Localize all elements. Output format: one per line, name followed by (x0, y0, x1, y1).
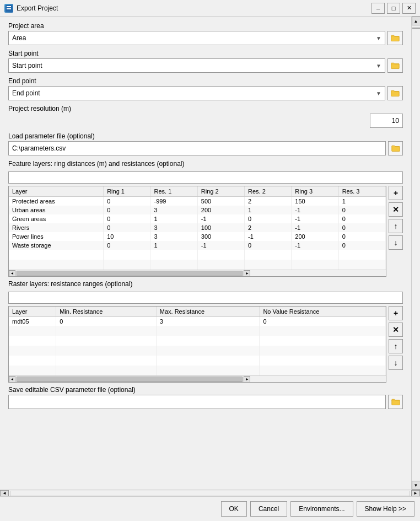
ok-button[interactable]: OK (221, 501, 247, 517)
raster-scroll-left[interactable]: ◄ (9, 376, 15, 383)
resolution-row (8, 114, 403, 128)
title-bar: Export Project – □ ✕ (0, 0, 420, 17)
scroll-down-arrow[interactable]: ▼ (412, 481, 421, 490)
end-point-label: End point (8, 77, 403, 85)
feature-layers-section: Feature layers: ring distances (m) and r… (8, 160, 403, 277)
resolution-section: Project resolution (m) (8, 105, 403, 129)
load-param-folder-button[interactable] (388, 141, 403, 155)
raster-remove-button[interactable]: ✕ (389, 323, 403, 337)
minimize-button[interactable]: – (371, 3, 385, 14)
scroll-thumb[interactable] (412, 28, 420, 29)
main-content: Project area Area ▼ Start point St (0, 17, 420, 490)
feature-layers-table-area: Layer Ring 1 Res. 1 Ring 2 Res. 2 Ring 3… (8, 186, 403, 277)
load-param-input[interactable] (8, 141, 386, 155)
svg-rect-4 (391, 64, 399, 69)
feature-table-body: Protected areas0-99950021501Urban areas0… (9, 197, 386, 270)
rcol-max: Max. Resistance (156, 307, 260, 317)
environments-button[interactable]: Environments... (290, 501, 353, 517)
raster-layers-table-area: Layer Min. Resistance Max. Resistance No… (8, 306, 403, 383)
load-param-label: Load parameter file (optional) (8, 132, 403, 140)
close-button[interactable]: ✕ (402, 3, 416, 14)
feature-up-button[interactable]: ↑ (389, 219, 403, 233)
project-area-select[interactable]: Area ▼ (8, 31, 385, 45)
show-help-button[interactable]: Show Help >> (357, 501, 414, 517)
bottom-scroll-thumb[interactable] (10, 491, 410, 496)
raster-side-buttons: + ✕ ↑ ↓ (389, 306, 403, 370)
feature-layers-table: Layer Ring 1 Res. 1 Ring 2 Res. 2 Ring 3… (9, 186, 386, 270)
feature-add-button[interactable]: + (389, 186, 403, 200)
table-row[interactable]: Rivers031002-10 (9, 223, 386, 232)
end-point-folder-button[interactable] (387, 86, 403, 100)
save-csv-label: Save editable CSV parameter file (option… (8, 386, 403, 394)
raster-scroll-right[interactable]: ► (244, 376, 250, 383)
load-param-row (8, 141, 403, 155)
rcol-layer: Layer (9, 307, 56, 317)
end-point-value: End point (12, 89, 40, 97)
col-res2: Res. 2 (245, 186, 292, 197)
feature-down-button[interactable]: ↓ (389, 235, 403, 250)
svg-rect-2 (7, 8, 11, 9)
end-point-select[interactable]: End point ▼ (8, 86, 385, 100)
raster-up-button[interactable]: ↑ (389, 339, 403, 353)
project-area-arrow: ▼ (376, 35, 381, 41)
raster-add-button[interactable]: + (389, 306, 403, 320)
start-point-folder-button[interactable] (387, 58, 403, 73)
bottom-scroll-right[interactable]: ► (411, 490, 420, 497)
col-ring2: Ring 2 (197, 186, 244, 197)
table-row[interactable]: Green areas01-10-10 (9, 214, 386, 223)
start-point-select[interactable]: Start point ▼ (8, 58, 385, 73)
raster-table-body: mdt05030 (9, 317, 386, 376)
feature-table-scrollbar: ◄ ► (9, 270, 386, 276)
table-row[interactable]: Urban areas032001-10 (9, 206, 386, 214)
cancel-button[interactable]: Cancel (250, 501, 287, 517)
scroll-area: Project area Area ▼ Start point St (0, 17, 411, 490)
feature-layers-table-container: Layer Ring 1 Res. 1 Ring 2 Res. 2 Ring 3… (8, 186, 386, 277)
table-row[interactable]: Power lines103300-12000 (9, 232, 386, 241)
dialog-footer: OK Cancel Environments... Show Help >> (0, 496, 420, 521)
svg-rect-5 (391, 92, 399, 96)
raster-layers-filter[interactable] (8, 292, 403, 304)
table-row-empty (9, 326, 386, 336)
load-param-section: Load parameter file (optional) (8, 132, 403, 157)
raster-down-button[interactable]: ↓ (389, 356, 403, 370)
resolution-label: Project resolution (m) (8, 105, 403, 112)
col-layer: Layer (9, 186, 104, 197)
table-row-empty (9, 346, 386, 356)
table-row-empty (9, 356, 386, 366)
bottom-scroll-left[interactable]: ◄ (0, 490, 9, 497)
feature-layers-label: Feature layers: ring distances (m) and r… (8, 160, 403, 168)
right-scrollbar: ▲ ▼ (411, 17, 420, 490)
start-point-arrow: ▼ (376, 63, 381, 69)
feature-layers-filter[interactable] (8, 171, 403, 184)
save-csv-input[interactable] (8, 395, 386, 409)
maximize-button[interactable]: □ (387, 3, 400, 14)
table-row[interactable]: mdt05030 (9, 317, 386, 326)
raster-layers-table-container: Layer Min. Resistance Max. Resistance No… (8, 306, 386, 383)
bottom-scrollbar: ◄ ► (0, 490, 420, 496)
raster-table-header: Layer Min. Resistance Max. Resistance No… (9, 307, 386, 317)
raster-layers-label: Raster layers: resistance ranges (option… (8, 280, 403, 288)
project-area-section: Project area Area ▼ (8, 22, 403, 46)
table-row-empty (9, 366, 386, 375)
scroll-up-arrow[interactable]: ▲ (412, 17, 421, 25)
start-point-label: Start point (8, 50, 403, 57)
feature-scroll-right[interactable]: ► (244, 270, 250, 277)
rcol-noval: No Value Resistance (260, 307, 386, 317)
window-controls: – □ ✕ (371, 3, 416, 14)
table-row[interactable]: Protected areas0-99950021501 (9, 197, 386, 206)
feature-scroll-left[interactable]: ◄ (9, 270, 15, 277)
raster-scroll-thumb[interactable] (17, 377, 243, 382)
app-icon (4, 4, 13, 13)
table-row[interactable]: Waste storage01-10-10 (9, 241, 386, 250)
svg-rect-1 (7, 6, 11, 7)
raster-layers-table: Layer Min. Resistance Max. Resistance No… (9, 307, 386, 375)
resolution-input[interactable] (370, 114, 403, 128)
save-csv-section: Save editable CSV parameter file (option… (8, 386, 403, 410)
feature-remove-button[interactable]: ✕ (389, 202, 403, 217)
project-area-folder-button[interactable] (387, 31, 403, 45)
end-point-row: End point ▼ (8, 86, 403, 100)
feature-scroll-thumb[interactable] (17, 271, 243, 276)
svg-rect-7 (391, 400, 399, 405)
save-csv-folder-button[interactable] (388, 395, 403, 409)
project-area-row: Area ▼ (8, 31, 403, 45)
